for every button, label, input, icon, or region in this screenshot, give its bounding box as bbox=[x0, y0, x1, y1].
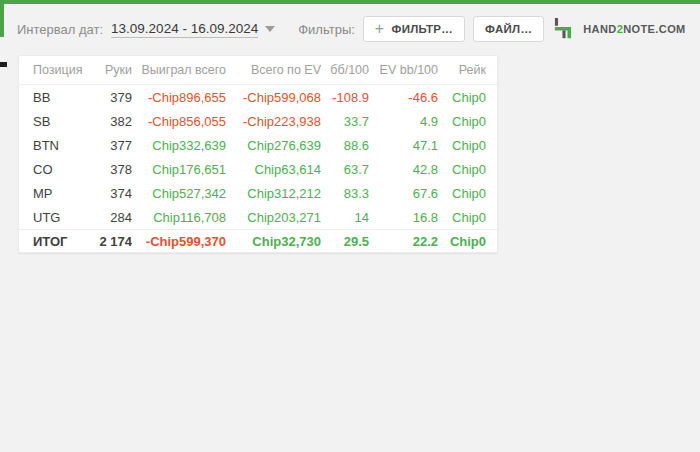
position-cell: SB bbox=[33, 114, 93, 129]
date-range-control[interactable]: 13.09.2024 - 16.09.2024 bbox=[111, 21, 275, 38]
won-cell: Chip527,342 bbox=[132, 186, 226, 201]
positions-stats-table: Позиция Руки Выиграл всего Всего по EV б… bbox=[18, 55, 498, 253]
rake-cell: Chip0 bbox=[438, 186, 486, 201]
chevron-down-icon[interactable] bbox=[265, 26, 275, 32]
column-header-hands[interactable]: Руки bbox=[93, 63, 132, 77]
column-header-position[interactable]: Позиция bbox=[33, 63, 93, 77]
hands-cell: 2 174 bbox=[93, 234, 132, 249]
hands-cell: 382 bbox=[93, 114, 132, 129]
position-cell: BTN bbox=[33, 138, 93, 153]
position-cell: UTG bbox=[33, 210, 93, 225]
won-cell: -Chip896,655 bbox=[132, 90, 226, 105]
position-cell: ИТОГ bbox=[33, 234, 93, 249]
plus-icon: + bbox=[375, 21, 385, 37]
table-row[interactable]: UTG 284 Chip116,708 Chip203,271 14 16.8 … bbox=[19, 205, 497, 229]
hand2note-logo[interactable]: HAND2NOTE.COM bbox=[554, 18, 685, 40]
toolbar: Интервал дат: 13.09.2024 - 16.09.2024 Фи… bbox=[17, 15, 694, 43]
ev-bb100-cell: 22.2 bbox=[369, 234, 438, 249]
table-row[interactable]: BB 379 -Chip896,655 -Chip599,068 -108.9 … bbox=[19, 85, 497, 109]
column-header-won-total[interactable]: Выиграл всего bbox=[132, 63, 226, 77]
ev-cell: Chip312,212 bbox=[226, 186, 321, 201]
position-cell: MP bbox=[33, 186, 93, 201]
rake-cell: Chip0 bbox=[438, 114, 486, 129]
won-cell: -Chip856,055 bbox=[132, 114, 226, 129]
table-row[interactable]: MP 374 Chip527,342 Chip312,212 83.3 67.6… bbox=[19, 181, 497, 205]
ev-cell: -Chip223,938 bbox=[226, 114, 321, 129]
rake-cell: Chip0 bbox=[438, 138, 486, 153]
won-cell: -Chip599,370 bbox=[132, 234, 226, 249]
window-resize-handle[interactable] bbox=[0, 62, 7, 67]
table-row-total[interactable]: ИТОГ 2 174 -Chip599,370 Chip32,730 29.5 … bbox=[19, 229, 497, 252]
hands-cell: 374 bbox=[93, 186, 132, 201]
ev-cell: -Chip599,068 bbox=[226, 90, 321, 105]
ev-cell: Chip203,271 bbox=[226, 210, 321, 225]
ev-cell: Chip32,730 bbox=[226, 234, 321, 249]
ev-bb100-cell: 4.9 bbox=[369, 114, 438, 129]
ev-cell: Chip63,614 bbox=[226, 162, 321, 177]
bb100-cell: 63.7 bbox=[321, 162, 369, 177]
file-button[interactable]: ФАЙЛ… bbox=[473, 16, 544, 42]
ev-bb100-cell: 16.8 bbox=[369, 210, 438, 225]
won-cell: Chip116,708 bbox=[132, 210, 226, 225]
table-row[interactable]: SB 382 -Chip856,055 -Chip223,938 33.7 4.… bbox=[19, 109, 497, 133]
date-interval-label: Интервал дат: bbox=[17, 22, 103, 37]
ev-bb100-cell: 42.8 bbox=[369, 162, 438, 177]
date-range-value[interactable]: 13.09.2024 - 16.09.2024 bbox=[111, 21, 258, 38]
table-header-row: Позиция Руки Выиграл всего Всего по EV б… bbox=[19, 56, 497, 85]
ev-bb100-cell: 47.1 bbox=[369, 138, 438, 153]
hand2note-logo-icon bbox=[554, 18, 576, 40]
table-row[interactable]: BTN 377 Chip332,639 Chip276,639 88.6 47.… bbox=[19, 133, 497, 157]
hands-cell: 378 bbox=[93, 162, 132, 177]
hands-cell: 284 bbox=[93, 210, 132, 225]
hands-cell: 377 bbox=[93, 138, 132, 153]
file-button-label: ФАЙЛ… bbox=[485, 23, 532, 35]
rake-cell: Chip0 bbox=[438, 210, 486, 225]
table-row[interactable]: CO 378 Chip176,651 Chip63,614 63.7 42.8 … bbox=[19, 157, 497, 181]
column-header-total-by-ev[interactable]: Всего по EV bbox=[226, 63, 321, 77]
column-header-bb100[interactable]: бб/100 bbox=[321, 63, 369, 77]
ev-cell: Chip276,639 bbox=[226, 138, 321, 153]
column-header-ev-bb100[interactable]: EV bb/100 bbox=[369, 63, 438, 77]
rake-cell: Chip0 bbox=[438, 162, 486, 177]
filters-label: Фильтры: bbox=[298, 22, 355, 37]
top-accent-bar bbox=[0, 0, 700, 4]
ev-bb100-cell: -46.6 bbox=[369, 90, 438, 105]
add-filter-button[interactable]: + ФИЛЬТР… bbox=[363, 16, 465, 42]
ev-bb100-cell: 67.6 bbox=[369, 186, 438, 201]
bb100-cell: 88.6 bbox=[321, 138, 369, 153]
position-cell: CO bbox=[33, 162, 93, 177]
hands-cell: 379 bbox=[93, 90, 132, 105]
hand2note-logo-text: HAND2NOTE.COM bbox=[583, 23, 685, 35]
position-cell: BB bbox=[33, 90, 93, 105]
bb100-cell: 14 bbox=[321, 210, 369, 225]
won-cell: Chip176,651 bbox=[132, 162, 226, 177]
add-filter-button-label: ФИЛЬТР… bbox=[392, 23, 454, 35]
column-header-rake[interactable]: Рейк bbox=[438, 63, 486, 77]
rake-cell: Chip0 bbox=[438, 90, 486, 105]
bb100-cell: 33.7 bbox=[321, 114, 369, 129]
bb100-cell: 29.5 bbox=[321, 234, 369, 249]
left-accent-bar bbox=[0, 0, 4, 37]
bb100-cell: 83.3 bbox=[321, 186, 369, 201]
bb100-cell: -108.9 bbox=[321, 90, 369, 105]
rake-cell: Chip0 bbox=[438, 234, 486, 249]
won-cell: Chip332,639 bbox=[132, 138, 226, 153]
